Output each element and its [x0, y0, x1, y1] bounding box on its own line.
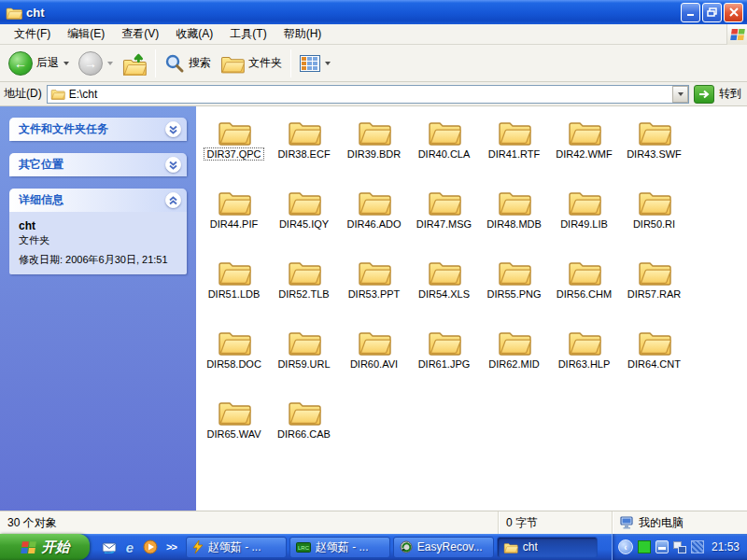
views-dropdown-caret[interactable]: [325, 62, 331, 65]
folder-item[interactable]: DIR56.CHM: [549, 251, 619, 321]
folder-item[interactable]: DIR51.LDB: [199, 251, 269, 321]
start-button[interactable]: 开始: [0, 534, 90, 560]
folder-item-label: DIR51.LDB: [206, 288, 262, 300]
tray-input-method-icon[interactable]: [691, 540, 704, 553]
folder-item[interactable]: DIR37.QPC: [199, 111, 269, 181]
panel-details-header[interactable]: 详细信息: [9, 189, 187, 212]
go-button[interactable]: [694, 85, 714, 104]
back-dropdown-caret[interactable]: [63, 62, 69, 65]
task-label: EasyRecov...: [417, 540, 483, 553]
expand-chevron-icon[interactable]: [165, 157, 181, 173]
panel-title: 其它位置: [19, 157, 63, 173]
folder-item[interactable]: DIR62.MID: [479, 321, 549, 391]
up-button[interactable]: [118, 48, 151, 79]
folder-item[interactable]: DIR49.LIB: [549, 181, 619, 251]
folder-item[interactable]: DIR44.PIF: [199, 181, 269, 251]
menu-item[interactable]: 工具(T): [221, 24, 275, 44]
panel-file-tasks-header[interactable]: 文件和文件夹任务: [9, 118, 187, 141]
folder-item[interactable]: DIR60.AVI: [339, 321, 409, 391]
menu-item[interactable]: 查看(V): [113, 24, 167, 44]
folder-item[interactable]: DIR41.RTF: [479, 111, 549, 181]
hide-icons-chevron[interactable]: ‹: [618, 539, 633, 554]
folder-item[interactable]: DIR57.RAR: [619, 251, 689, 321]
forward-button[interactable]: →: [74, 48, 118, 79]
folder-item[interactable]: DIR45.IQY: [269, 181, 339, 251]
panel-other-places-header[interactable]: 其它位置: [9, 153, 187, 176]
folder-icon: [568, 188, 601, 216]
folder-icon: [498, 188, 531, 216]
forward-dropdown-caret[interactable]: [107, 62, 113, 65]
outlook-express-icon[interactable]: [101, 539, 118, 555]
folder-icon: [503, 541, 518, 553]
quick-launch-more-chevron[interactable]: >>: [162, 541, 180, 553]
lightning-icon: [192, 540, 204, 553]
folder-item[interactable]: DIR50.RI: [619, 181, 689, 251]
folder-item[interactable]: DIR52.TLB: [269, 251, 339, 321]
folder-item[interactable]: DIR38.ECF: [269, 111, 339, 181]
folder-item-label: DIR63.HLP: [557, 358, 613, 370]
views-button[interactable]: [295, 48, 335, 79]
minimize-button[interactable]: [681, 3, 700, 22]
folder-item[interactable]: DIR58.DOC: [199, 321, 269, 391]
tray-green-square-icon[interactable]: [638, 540, 651, 553]
folder-item[interactable]: DIR61.JPG: [409, 321, 479, 391]
start-label: 开始: [42, 539, 70, 556]
folders-button[interactable]: 文件夹: [216, 48, 287, 79]
folder-item[interactable]: DIR64.CNT: [619, 321, 689, 391]
address-folder-icon: [50, 88, 65, 100]
folder-icon: [288, 398, 321, 426]
taskbar-task-button[interactable]: EasyRecov...: [393, 537, 494, 558]
task-label: cht: [523, 540, 538, 553]
restore-button[interactable]: [702, 3, 722, 22]
close-button[interactable]: [724, 3, 743, 22]
menu-item[interactable]: 编辑(E): [59, 24, 113, 44]
collapse-chevron-icon[interactable]: [165, 192, 181, 208]
folder-item[interactable]: DIR63.HLP: [549, 321, 619, 391]
task-pane-sidebar: 文件和文件夹任务 其它位置 详细信息: [0, 106, 196, 511]
menu-item[interactable]: 收藏(A): [167, 24, 221, 44]
taskbar-task-button[interactable]: LRC赵颂茹 - ...: [289, 537, 390, 558]
tray-display-icon[interactable]: [673, 540, 686, 553]
folder-item[interactable]: DIR53.PPT: [339, 251, 409, 321]
panel-title: 文件和文件夹任务: [19, 121, 108, 137]
search-button[interactable]: 搜索: [160, 48, 216, 79]
folder-item-label: DIR39.BDR: [345, 148, 402, 160]
folder-icon: [498, 328, 531, 356]
folder-item[interactable]: DIR66.CAB: [269, 391, 339, 461]
status-location-label: 我的电脑: [639, 515, 684, 531]
folder-icon: [638, 258, 671, 286]
folder-item[interactable]: DIR39.BDR: [339, 111, 409, 181]
folder-item[interactable]: DIR43.SWF: [619, 111, 689, 181]
folder-item[interactable]: DIR40.CLA: [409, 111, 479, 181]
taskbar-task-button[interactable]: 赵颂茹 - ...: [186, 537, 287, 558]
folder-item[interactable]: DIR55.PNG: [479, 251, 549, 321]
expand-chevron-icon[interactable]: [165, 121, 181, 137]
folder-item-label: DIR60.AVI: [348, 358, 400, 370]
file-list-area[interactable]: DIR37.QPCDIR38.ECFDIR39.BDRDIR40.CLADIR4…: [196, 106, 747, 511]
folder-item[interactable]: DIR42.WMF: [549, 111, 619, 181]
back-button[interactable]: ← 后退: [4, 48, 74, 79]
tray-window-icon[interactable]: [655, 540, 669, 553]
folder-item[interactable]: DIR48.MDB: [479, 181, 549, 251]
folder-item-label: DIR47.MSG: [415, 218, 473, 230]
menu-item[interactable]: 帮助(H): [275, 24, 331, 44]
folder-item[interactable]: DIR47.MSG: [409, 181, 479, 251]
menu-item[interactable]: 文件(F): [6, 24, 59, 44]
folder-item[interactable]: DIR59.URL: [269, 321, 339, 391]
media-player-icon[interactable]: [142, 539, 159, 555]
folder-item[interactable]: DIR65.WAV: [199, 391, 269, 461]
folder-icon: [288, 328, 321, 356]
folder-icon: [288, 118, 321, 146]
go-label[interactable]: 转到: [719, 86, 741, 102]
address-input[interactable]: E:\cht: [47, 85, 689, 104]
internet-explorer-icon[interactable]: e: [121, 539, 138, 555]
taskbar-task-active[interactable]: cht: [497, 537, 598, 558]
status-object-count: 30 个对象: [0, 511, 498, 534]
address-dropdown-button[interactable]: [672, 86, 688, 103]
folder-icon: [218, 398, 251, 426]
folder-item-label: DIR44.PIF: [208, 218, 260, 230]
taskbar-clock: 21:53: [712, 540, 740, 553]
folder-item[interactable]: DIR46.ADO: [339, 181, 409, 251]
search-label: 搜索: [189, 55, 211, 71]
folder-item[interactable]: DIR54.XLS: [409, 251, 479, 321]
